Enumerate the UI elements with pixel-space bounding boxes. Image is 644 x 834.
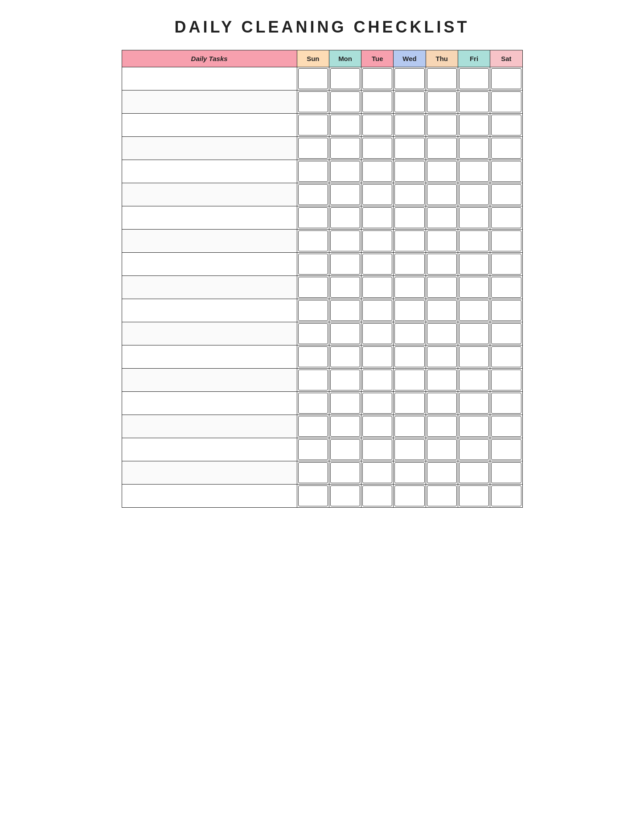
checkbox-thu[interactable] xyxy=(426,230,458,253)
checkbox-inner-thu[interactable] xyxy=(427,439,457,460)
checkbox-inner-fri[interactable] xyxy=(459,138,489,159)
checkbox-wed[interactable] xyxy=(394,67,426,90)
checkbox-thu[interactable] xyxy=(426,253,458,276)
checkbox-inner-thu[interactable] xyxy=(427,254,457,275)
checkbox-inner-sat[interactable] xyxy=(491,254,521,275)
checkbox-thu[interactable] xyxy=(426,438,458,461)
checkbox-tue[interactable] xyxy=(361,276,394,299)
checkbox-inner-sat[interactable] xyxy=(491,230,521,251)
checkbox-inner-mon[interactable] xyxy=(330,68,360,89)
checkbox-wed[interactable] xyxy=(394,299,426,322)
checkbox-inner-thu[interactable] xyxy=(427,370,457,390)
checkbox-inner-wed[interactable] xyxy=(394,370,424,390)
task-cell[interactable] xyxy=(122,415,297,438)
checkbox-inner-sat[interactable] xyxy=(491,323,521,344)
checkbox-tue[interactable] xyxy=(361,183,394,206)
task-cell[interactable] xyxy=(122,461,297,485)
checkbox-inner-sun[interactable] xyxy=(298,230,328,251)
checkbox-inner-fri[interactable] xyxy=(459,91,489,112)
checkbox-mon[interactable] xyxy=(329,230,361,253)
checkbox-sat[interactable] xyxy=(490,137,522,160)
checkbox-inner-fri[interactable] xyxy=(459,300,489,321)
checkbox-inner-tue[interactable] xyxy=(362,138,392,159)
checkbox-inner-mon[interactable] xyxy=(330,91,360,112)
checkbox-fri[interactable] xyxy=(458,206,490,230)
checkbox-inner-mon[interactable] xyxy=(330,115,360,136)
task-cell[interactable] xyxy=(122,345,297,369)
checkbox-inner-fri[interactable] xyxy=(459,115,489,136)
checkbox-inner-sun[interactable] xyxy=(298,161,328,182)
checkbox-inner-sat[interactable] xyxy=(491,346,521,367)
checkbox-thu[interactable] xyxy=(426,392,458,415)
checkbox-inner-thu[interactable] xyxy=(427,323,457,344)
checkbox-mon[interactable] xyxy=(329,485,361,508)
checkbox-sat[interactable] xyxy=(490,415,522,438)
checkbox-inner-wed[interactable] xyxy=(394,346,424,367)
checkbox-wed[interactable] xyxy=(394,369,426,392)
checkbox-thu[interactable] xyxy=(426,322,458,345)
checkbox-inner-tue[interactable] xyxy=(362,230,392,251)
checkbox-inner-fri[interactable] xyxy=(459,462,489,483)
checkbox-tue[interactable] xyxy=(361,322,394,345)
checkbox-inner-sun[interactable] xyxy=(298,416,328,437)
checkbox-inner-sun[interactable] xyxy=(298,439,328,460)
checkbox-sat[interactable] xyxy=(490,276,522,299)
checkbox-tue[interactable] xyxy=(361,160,394,183)
checkbox-inner-sun[interactable] xyxy=(298,91,328,112)
checkbox-inner-sat[interactable] xyxy=(491,439,521,460)
checkbox-sat[interactable] xyxy=(490,345,522,369)
checkbox-inner-wed[interactable] xyxy=(394,300,424,321)
checkbox-inner-wed[interactable] xyxy=(394,277,424,298)
checkbox-fri[interactable] xyxy=(458,438,490,461)
checkbox-fri[interactable] xyxy=(458,90,490,114)
task-cell[interactable] xyxy=(122,322,297,345)
checkbox-sat[interactable] xyxy=(490,485,522,508)
checkbox-inner-thu[interactable] xyxy=(427,184,457,205)
checkbox-tue[interactable] xyxy=(361,253,394,276)
checkbox-tue[interactable] xyxy=(361,137,394,160)
checkbox-thu[interactable] xyxy=(426,206,458,230)
checkbox-inner-sun[interactable] xyxy=(298,462,328,483)
checkbox-inner-sun[interactable] xyxy=(298,370,328,390)
checkbox-inner-wed[interactable] xyxy=(394,439,424,460)
checkbox-mon[interactable] xyxy=(329,299,361,322)
checkbox-mon[interactable] xyxy=(329,160,361,183)
checkbox-thu[interactable] xyxy=(426,299,458,322)
checkbox-inner-thu[interactable] xyxy=(427,68,457,89)
checkbox-inner-wed[interactable] xyxy=(394,161,424,182)
checkbox-sun[interactable] xyxy=(297,392,329,415)
checkbox-inner-fri[interactable] xyxy=(459,277,489,298)
checkbox-inner-wed[interactable] xyxy=(394,68,424,89)
checkbox-wed[interactable] xyxy=(394,160,426,183)
checkbox-tue[interactable] xyxy=(361,415,394,438)
checkbox-inner-sat[interactable] xyxy=(491,115,521,136)
checkbox-inner-sat[interactable] xyxy=(491,462,521,483)
checkbox-fri[interactable] xyxy=(458,369,490,392)
checkbox-mon[interactable] xyxy=(329,206,361,230)
checkbox-mon[interactable] xyxy=(329,438,361,461)
checkbox-wed[interactable] xyxy=(394,114,426,137)
checkbox-inner-thu[interactable] xyxy=(427,300,457,321)
checkbox-sun[interactable] xyxy=(297,160,329,183)
checkbox-inner-sat[interactable] xyxy=(491,68,521,89)
checkbox-mon[interactable] xyxy=(329,67,361,90)
checkbox-sun[interactable] xyxy=(297,299,329,322)
checkbox-thu[interactable] xyxy=(426,345,458,369)
checkbox-inner-sun[interactable] xyxy=(298,254,328,275)
checkbox-sat[interactable] xyxy=(490,160,522,183)
checkbox-fri[interactable] xyxy=(458,253,490,276)
checkbox-inner-mon[interactable] xyxy=(330,161,360,182)
checkbox-inner-wed[interactable] xyxy=(394,184,424,205)
checkbox-inner-sat[interactable] xyxy=(491,277,521,298)
checkbox-inner-sat[interactable] xyxy=(491,416,521,437)
checkbox-sat[interactable] xyxy=(490,183,522,206)
checkbox-sun[interactable] xyxy=(297,90,329,114)
checkbox-sat[interactable] xyxy=(490,322,522,345)
task-cell[interactable] xyxy=(122,369,297,392)
checkbox-sun[interactable] xyxy=(297,206,329,230)
checkbox-sat[interactable] xyxy=(490,67,522,90)
checkbox-inner-tue[interactable] xyxy=(362,68,392,89)
checkbox-inner-mon[interactable] xyxy=(330,230,360,251)
checkbox-inner-mon[interactable] xyxy=(330,439,360,460)
task-cell[interactable] xyxy=(122,160,297,183)
